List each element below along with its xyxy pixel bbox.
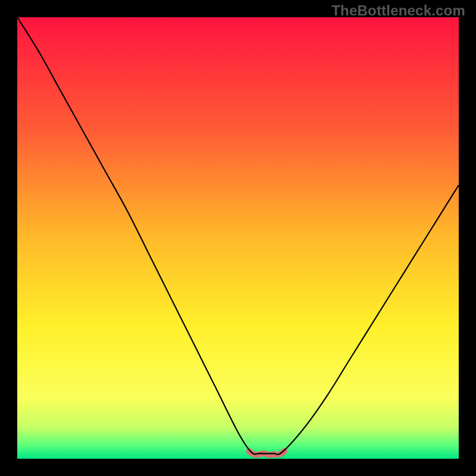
curve-line [17, 17, 459, 455]
watermark-text: TheBottleneck.com [331, 2, 465, 19]
plot-area [17, 17, 459, 459]
chart-container: TheBottleneck.com [0, 0, 476, 476]
bottleneck-curve [17, 17, 459, 459]
